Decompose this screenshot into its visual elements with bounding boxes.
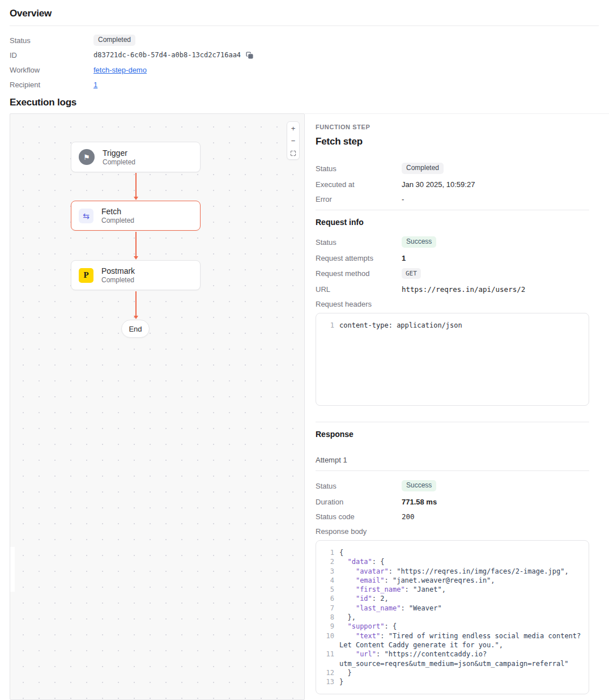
overview-title: Overview — [10, 8, 599, 19]
step-title: Fetch step — [316, 136, 589, 147]
status-code-label: Status code — [316, 512, 402, 521]
error-value: - — [402, 195, 589, 203]
divider — [316, 422, 589, 422]
step-status-row: Status Completed — [316, 163, 589, 174]
swap-arrows-icon: ⇆ — [79, 209, 93, 223]
url-row: URL https://reqres.in/api/users/2 — [316, 285, 589, 294]
workflow-label: Workflow — [10, 66, 93, 74]
url-label: URL — [316, 285, 402, 294]
transaction-id: d83721dc-6c0b-57d4-a0b8-13cd2c716aa4 — [93, 51, 241, 59]
postmark-logo-icon: P — [79, 268, 93, 283]
duration-label: Duration — [316, 498, 402, 506]
id-label: ID — [10, 51, 93, 60]
workflow-canvas[interactable]: ⚑ Trigger Completed ⇆ Fetch Completed P … — [10, 113, 305, 700]
divider — [316, 470, 589, 471]
request-attempts-label: Request attempts — [316, 254, 402, 262]
request-method-row: Request method GET — [316, 268, 589, 279]
response-body-editor[interactable]: 1{2 "data": {3 "avatar": "https://reqres… — [316, 540, 589, 694]
request-method-badge: GET — [402, 268, 421, 279]
request-attempts-value: 1 — [402, 254, 589, 262]
divider — [316, 210, 589, 210]
fit-view-button[interactable] — [287, 147, 299, 159]
workflow-link[interactable]: fetch-step-demo — [93, 66, 147, 74]
recipient-label: Recipient — [10, 80, 93, 89]
step-type-label: FUNCTION STEP — [316, 124, 589, 130]
error-row: Error - — [316, 194, 589, 203]
step-detail-panel: FUNCTION STEP Fetch step Status Complete… — [305, 113, 609, 700]
overview-divider — [10, 26, 599, 26]
executed-at-row: Executed at Jan 30 2025, 10:59:27 — [316, 180, 589, 189]
status-badge: Completed — [93, 35, 135, 46]
copy-id-button[interactable] — [246, 52, 253, 59]
request-status-row: Status Success — [316, 236, 589, 248]
canvas-zoom-controls: + − — [287, 121, 300, 160]
status-code-row: Status code 200 — [316, 512, 589, 521]
status-label: Status — [316, 164, 402, 173]
overview-status-row: Status Completed — [10, 35, 599, 46]
overview-workflow-row: Workflow fetch-step-demo — [10, 64, 599, 75]
edge-fetch-postmark — [135, 232, 137, 257]
status-label: Status — [316, 482, 402, 490]
executed-at-label: Executed at — [316, 180, 402, 189]
overview-id-row: ID d83721dc-6c0b-57d4-a0b8-13cd2c716aa4 — [10, 49, 599, 61]
request-method-label: Request method — [316, 269, 402, 278]
status-label: Status — [316, 238, 402, 247]
canvas-overlay-patch — [10, 547, 15, 592]
node-fetch[interactable]: ⇆ Fetch Completed — [71, 201, 201, 231]
duration-value: 771.58 ms — [402, 498, 589, 506]
overview-section: Overview Status Completed ID d83721dc-6c… — [0, 0, 609, 90]
node-status: Completed — [101, 276, 135, 284]
request-headers-label: Request headers — [316, 300, 402, 308]
overview-recipient-row: Recipient 1 — [10, 79, 599, 90]
zoom-out-button[interactable]: − — [287, 134, 299, 147]
execution-logs-title: Execution logs — [10, 97, 76, 108]
node-title: Postmark — [101, 266, 135, 275]
duration-row: Duration 771.58 ms — [316, 497, 589, 506]
response-status-badge: Success — [402, 480, 436, 491]
response-heading: Response — [316, 430, 589, 439]
response-body-label: Response body — [316, 527, 402, 536]
edge-postmark-end — [135, 291, 137, 316]
response-status-row: Status Success — [316, 480, 589, 491]
node-trigger[interactable]: ⚑ Trigger Completed — [71, 142, 201, 172]
request-headers-editor[interactable]: 1content-type: application/json — [316, 313, 589, 406]
executed-at-value: Jan 30 2025, 10:59:27 — [402, 180, 589, 189]
request-attempts-row: Request attempts 1 — [316, 253, 589, 262]
fullscreen-icon — [290, 150, 296, 156]
node-title: Fetch — [101, 207, 134, 216]
execution-detail-page: Overview Status Completed ID d83721dc-6c… — [0, 0, 609, 700]
node-status: Completed — [103, 158, 135, 166]
recipient-link[interactable]: 1 — [93, 80, 97, 89]
request-headers-row: Request headers — [316, 299, 589, 308]
response-body-row: Response body — [316, 527, 589, 536]
status-label: Status — [10, 36, 93, 45]
request-info-heading: Request info — [316, 218, 589, 227]
status-code-value: 200 — [402, 512, 415, 521]
edge-trigger-fetch — [135, 173, 137, 197]
node-status: Completed — [101, 217, 134, 224]
execution-workspace: ⚑ Trigger Completed ⇆ Fetch Completed P … — [10, 113, 609, 700]
node-end[interactable]: End — [121, 320, 150, 338]
zoom-in-button[interactable]: + — [287, 122, 299, 134]
attempt-label: Attempt 1 — [316, 456, 589, 464]
node-title: Trigger — [103, 149, 135, 158]
step-status-badge: Completed — [402, 163, 444, 174]
error-label: Error — [316, 195, 402, 203]
flag-icon: ⚑ — [79, 149, 95, 165]
request-status-badge: Success — [402, 236, 436, 248]
copy-icon — [246, 52, 253, 59]
url-value: https://reqres.in/api/users/2 — [402, 285, 525, 294]
node-postmark[interactable]: P Postmark Completed — [71, 260, 201, 290]
